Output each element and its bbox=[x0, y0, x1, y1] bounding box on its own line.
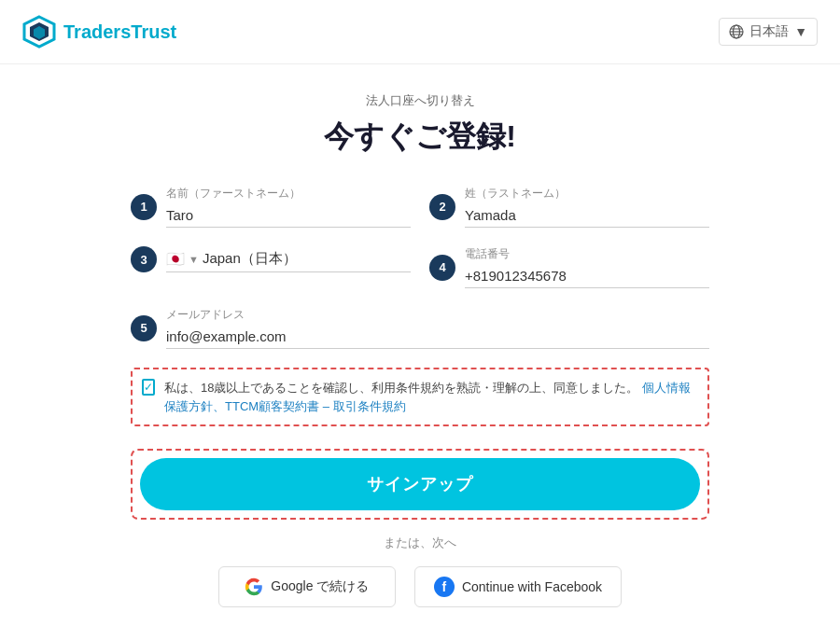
lang-label: 日本語 bbox=[749, 23, 789, 40]
phone-field-inner: 4 電話番号 bbox=[429, 246, 709, 288]
lastname-label: 姓（ラストネーム） bbox=[465, 186, 709, 202]
field-number-3: 3 bbox=[131, 246, 157, 272]
country-select[interactable]: 🇯🇵 ▼ Japan（日本） bbox=[166, 246, 411, 272]
terms-static-text: 私は、18歳以上であることを確認し、利用条件規約を熟読・理解の上、同意しました。 bbox=[164, 381, 638, 395]
email-label: メールアドレス bbox=[166, 307, 709, 323]
facebook-button-label: Continue with Facebook bbox=[462, 579, 602, 594]
dropdown-arrow-small: ▼ bbox=[189, 254, 199, 265]
field-number-4: 4 bbox=[429, 255, 455, 281]
field-number-1: 1 bbox=[131, 194, 157, 220]
name-row: 1 名前（ファーストネーム） 2 姓（ラストネーム） bbox=[131, 186, 709, 228]
signup-button[interactable]: サインアップ bbox=[140, 458, 700, 510]
email-input-wrapper: メールアドレス bbox=[166, 307, 709, 349]
country-field-inner: 3 🇯🇵 ▼ Japan（日本） bbox=[131, 246, 411, 272]
email-row: 5 メールアドレス bbox=[131, 307, 709, 349]
phone-field: 4 電話番号 bbox=[429, 246, 709, 288]
switch-account-text[interactable]: 法人口座へ切り替え bbox=[366, 92, 475, 109]
social-buttons-row: Google で続ける f Continue with Facebook bbox=[131, 566, 709, 607]
field-number-2: 2 bbox=[429, 194, 455, 220]
country-input-wrapper: 🇯🇵 ▼ Japan（日本） bbox=[166, 246, 411, 272]
phone-label: 電話番号 bbox=[465, 246, 709, 262]
firstname-input[interactable] bbox=[166, 203, 411, 228]
lastname-input-wrapper: 姓（ラストネーム） bbox=[465, 186, 709, 228]
logo-text-trust: Trust bbox=[131, 21, 176, 42]
country-flag: 🇯🇵 bbox=[166, 250, 185, 268]
facebook-signin-button[interactable]: f Continue with Facebook bbox=[414, 566, 622, 607]
country-name: Japan（日本） bbox=[203, 250, 297, 268]
lastname-input[interactable] bbox=[465, 203, 709, 228]
terms-text: 私は、18歳以上であることを確認し、利用条件規約を熟読・理解の上、同意しました。… bbox=[164, 379, 698, 415]
firstname-label: 名前（ファーストネーム） bbox=[166, 186, 411, 202]
country-phone-row: 3 🇯🇵 ▼ Japan（日本） 4 電話番号 bbox=[131, 246, 709, 288]
registration-form: 1 名前（ファーストネーム） 2 姓（ラストネーム） bbox=[131, 186, 709, 626]
page-title: 今すぐご登録! bbox=[324, 117, 516, 158]
logo-icon bbox=[22, 15, 56, 49]
country-field: 3 🇯🇵 ▼ Japan（日本） bbox=[131, 246, 411, 288]
lastname-field-inner: 2 姓（ラストネーム） bbox=[429, 186, 709, 228]
terms-checkbox-row: 私は、18歳以上であることを確認し、利用条件規約を熟読・理解の上、同意しました。… bbox=[131, 368, 709, 426]
firstname-field: 1 名前（ファーストネーム） bbox=[131, 186, 411, 228]
main-content: 法人口座へ切り替え 今すぐご登録! 1 名前（ファーストネーム） 2 bbox=[0, 64, 840, 626]
facebook-icon: f bbox=[434, 577, 455, 597]
terms-checkbox[interactable] bbox=[142, 379, 155, 396]
phone-input-wrapper: 電話番号 bbox=[465, 246, 709, 288]
phone-input[interactable] bbox=[465, 264, 709, 288]
logo-text-traders: Traders bbox=[63, 21, 131, 42]
globe-icon bbox=[729, 24, 744, 39]
lastname-field: 2 姓（ラストネーム） bbox=[429, 186, 709, 228]
header: TradersTrust 日本語 ▼ bbox=[0, 0, 840, 64]
field-number-5: 5 bbox=[131, 315, 157, 341]
logo-text: TradersTrust bbox=[63, 21, 176, 43]
firstname-field-inner: 1 名前（ファーストネーム） bbox=[131, 186, 411, 228]
google-button-label: Google で続ける bbox=[271, 578, 369, 595]
email-input[interactable] bbox=[166, 325, 709, 349]
google-signin-button[interactable]: Google で続ける bbox=[218, 566, 396, 607]
language-selector[interactable]: 日本語 ▼ bbox=[719, 18, 818, 46]
firstname-input-wrapper: 名前（ファーストネーム） bbox=[166, 186, 411, 228]
google-icon bbox=[245, 577, 263, 596]
lang-dropdown-arrow: ▼ bbox=[794, 24, 807, 39]
signup-button-wrapper: サインアップ bbox=[131, 449, 709, 520]
logo: TradersTrust bbox=[22, 15, 176, 49]
email-field-inner: 5 メールアドレス bbox=[131, 307, 709, 349]
or-divider-text: または、次へ bbox=[131, 535, 709, 551]
